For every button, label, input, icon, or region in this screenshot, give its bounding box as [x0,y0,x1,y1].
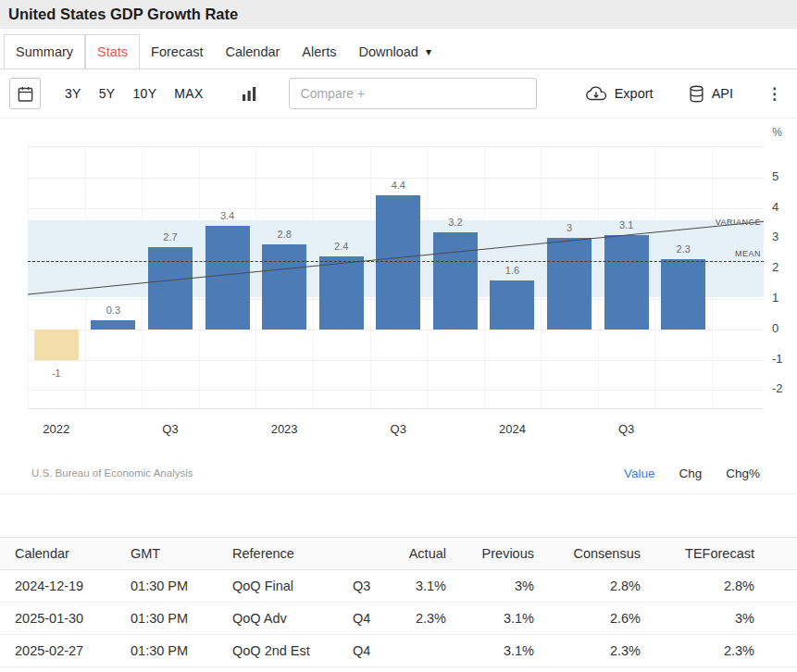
y-axis-tick-label: 1 [772,291,778,305]
table-cell [380,635,446,667]
kebab-menu-icon[interactable]: ⋮ [761,84,788,104]
toolbar-right-group: Export API ⋮ [550,84,788,104]
table-cell: 01:30 PM [116,570,218,603]
database-icon [689,85,704,103]
table-cell: 2.3% [534,635,641,667]
table-cell: 2024-12-19 [0,570,116,603]
table-cell: 2.3% [380,603,446,635]
calendar-button[interactable] [9,78,41,109]
plot-area: -10.32.73.42.82.44.43.21.633.12.3MEANVAR… [28,146,764,409]
table-cell: 3% [641,603,797,635]
table-cell: 2025-02-27 [0,635,116,667]
y-axis-tick-label: 3 [772,230,778,243]
mode-link-value[interactable]: Value [624,467,655,480]
table-cell: 2.8% [641,570,797,603]
tab-calendar[interactable]: Calendar [215,34,292,68]
table-cell: Q4 [338,635,380,667]
col-header-actual: Actual [380,538,446,570]
page-title-text: United States GDP Growth Rate [8,6,238,22]
table-cell: QoQ Adv [218,603,338,635]
range-5y[interactable]: 5Y [99,86,116,101]
table-cell: 3.1% [446,603,534,635]
tab-download[interactable]: Download▾ [347,34,442,68]
y-axis-tick-label: 2 [772,260,778,274]
y-axis-tick-label: -1 [772,352,783,366]
x-axis-tick-label: Q3 [378,422,418,436]
export-button[interactable]: Export [585,86,654,102]
mode-link-chg[interactable]: Chg [679,467,702,480]
x-axis-tick-label: 2024 [492,422,532,436]
col-header-previous: Previous [446,538,534,570]
trend-line [28,147,764,408]
range-3y[interactable]: 3Y [65,86,81,101]
x-axis-tick-label: Q3 [606,422,647,436]
tab-bar: SummaryStatsForecastCalendarAlertsDownlo… [0,29,797,69]
export-label: Export [615,86,654,101]
calendar-table: CalendarGMTReferenceActualPreviousConsen… [0,537,797,667]
table-cell: 2.3% [641,635,797,667]
chart-mode-links: ValueChgChg% [600,467,760,480]
tab-label: Summary [16,44,73,59]
bar-chart-icon [242,86,257,102]
col-header-empty [338,538,380,570]
tab-stats[interactable]: Stats [85,34,140,68]
tab-label: Forecast [151,44,203,59]
y-axis-tick-label: 5 [772,169,778,183]
col-header-calendar: Calendar [0,538,116,570]
range-max[interactable]: MAX [174,86,203,101]
tab-summary[interactable]: Summary [4,34,85,68]
col-header-consensus: Consensus [534,538,641,570]
gdp-growth-chart: % -10.32.73.42.82.44.43.21.633.12.3MEANV… [0,118,797,494]
table-row: 2025-02-2701:30 PMQoQ 2nd EstQ43.1%2.3%2… [0,635,797,667]
table-row: 2025-01-3001:30 PMQoQ AdvQ42.3%3.1%2.6%3… [0,603,797,635]
table-cell: 01:30 PM [116,635,218,667]
x-axis-tick-label: 2023 [264,422,305,436]
table-cell: 3.1% [446,635,534,667]
table-cell: Q3 [338,570,380,603]
table-cell: 3.1% [380,570,446,603]
compare-input[interactable] [289,78,537,109]
table-cell: Q4 [338,603,380,635]
calendar-icon [17,85,34,103]
y-axis-tick-label: 0 [772,321,778,335]
x-axis-tick-label: Q3 [150,422,191,436]
col-header-gmt: GMT [116,538,218,570]
tab-alerts[interactable]: Alerts [291,34,347,68]
tab-label: Calendar [226,44,280,59]
table-cell: 3% [446,570,534,603]
table-cell: QoQ 2nd Est [218,635,338,667]
api-label: API [712,86,733,101]
mode-link-chgpct[interactable]: Chg% [726,467,760,480]
caret-down-icon: ▾ [426,45,431,58]
table-cell: 2025-01-30 [0,603,116,635]
chart-source: U.S. Bureau of Economic Analysis [31,467,193,479]
page-title: United States GDP Growth Rate [0,0,797,29]
chart-type-button[interactable] [242,86,257,102]
table-cell: 2.8% [534,570,641,603]
y-axis-tick-label: -2 [772,381,783,395]
col-header-teforecast: TEForecast [641,538,797,570]
tab-label: Download [358,44,418,59]
table-cell: QoQ Final [218,570,338,603]
table-row: 2024-12-1901:30 PMQoQ FinalQ33.1%3%2.8%2… [0,570,797,603]
tab-label: Alerts [302,44,336,59]
table-header-row: CalendarGMTReferenceActualPreviousConsen… [0,538,797,570]
col-header-reference: Reference [218,538,338,570]
variance-label: VARIANCE [716,218,761,227]
x-axis-tick-label: 2022 [36,422,77,436]
table-cell: 01:30 PM [116,603,218,635]
table-cell: 2.6% [534,603,641,635]
mean-line [28,261,764,262]
chart-toolbar: 3Y5Y10YMAX Export API [0,69,797,118]
range-selector: 3Y5Y10YMAX [65,86,221,101]
api-button[interactable]: API [689,85,733,103]
y-axis-unit: % [772,126,782,139]
tab-label: Stats [97,44,128,59]
mean-label: MEAN [735,249,761,258]
tab-forecast[interactable]: Forecast [140,34,214,68]
y-axis-tick-label: 4 [772,200,778,214]
cloud-download-icon [585,86,607,102]
range-10y[interactable]: 10Y [132,86,156,101]
